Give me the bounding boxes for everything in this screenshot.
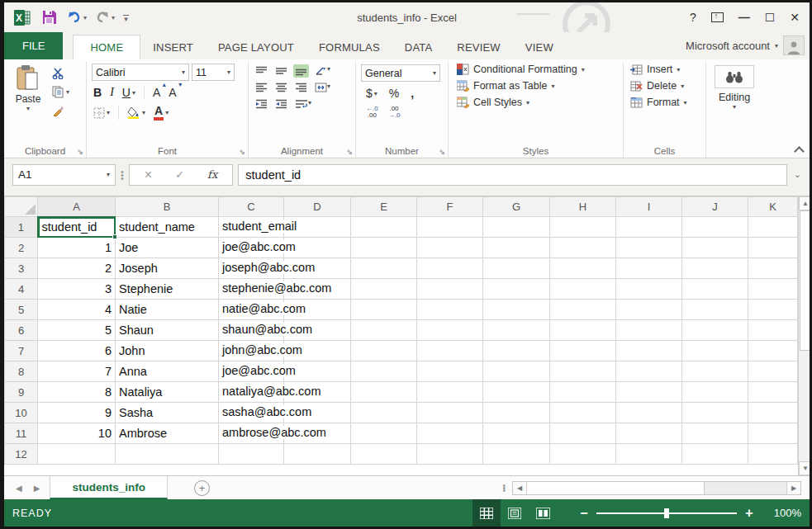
cell-B7[interactable]: John: [116, 341, 219, 361]
row-header-7[interactable]: 7: [5, 341, 38, 361]
cell-B12[interactable]: [116, 444, 219, 465]
tab-home[interactable]: HOME: [73, 35, 140, 59]
cell-F7[interactable]: [417, 341, 483, 361]
zoom-in-icon[interactable]: +: [743, 506, 755, 521]
cell-H7[interactable]: [550, 341, 616, 361]
cell-J10[interactable]: [682, 403, 748, 423]
conditional-formatting-button[interactable]: Conditional Formatting▾: [457, 64, 620, 75]
cell-B6[interactable]: Shaun: [116, 320, 219, 341]
cell-H1[interactable]: [550, 217, 616, 238]
zoom-out-icon[interactable]: −: [578, 506, 590, 521]
cell-E3[interactable]: [351, 258, 417, 279]
cell-G5[interactable]: [483, 300, 550, 320]
cell-J12[interactable]: [682, 444, 748, 465]
copy-button[interactable]: ▾: [50, 85, 71, 99]
enter-formula-icon[interactable]: ✓: [164, 168, 196, 182]
select-all-corner[interactable]: [5, 197, 38, 217]
cell-E10[interactable]: [351, 403, 417, 423]
cell-K12[interactable]: [748, 444, 798, 465]
cell-G11[interactable]: [483, 423, 550, 444]
cell-J1[interactable]: [682, 217, 748, 238]
cut-button[interactable]: [50, 67, 71, 80]
row-header-4[interactable]: 4: [5, 279, 38, 300]
cell-I4[interactable]: [616, 279, 682, 300]
vertical-scrollbar[interactable]: ▲ ▼: [798, 196, 810, 475]
format-cells-button[interactable]: Format▾: [630, 97, 702, 108]
cell-H8[interactable]: [550, 361, 616, 382]
insert-cells-button[interactable]: Insert▾: [630, 64, 702, 75]
column-header-k[interactable]: K: [748, 197, 798, 217]
cell-B2[interactable]: Joe: [116, 238, 219, 258]
underline-button[interactable]: U▾: [121, 85, 137, 100]
cell-I1[interactable]: [616, 217, 682, 238]
cell-G10[interactable]: [483, 403, 550, 423]
page-layout-view-button[interactable]: [501, 499, 529, 527]
cell-J7[interactable]: [682, 341, 748, 361]
cell-F5[interactable]: [417, 300, 483, 320]
cell-K10[interactable]: [748, 403, 798, 423]
cell-F3[interactable]: [417, 258, 483, 279]
tab-scrollbar-splitter[interactable]: •••: [502, 484, 512, 492]
cell-E6[interactable]: [351, 320, 417, 341]
cell-G9[interactable]: [483, 382, 550, 403]
cell-G1[interactable]: [483, 217, 550, 238]
cell-J6[interactable]: [682, 320, 748, 341]
cell-C2[interactable]: joe@abc.com: [219, 238, 284, 258]
zoom-slider[interactable]: [596, 512, 737, 514]
cell-I6[interactable]: [616, 320, 682, 341]
cell-A8[interactable]: 7: [38, 361, 116, 382]
clipboard-dialog-launcher-icon[interactable]: ⇘: [77, 149, 83, 156]
row-header-8[interactable]: 8: [5, 361, 38, 382]
cell-B10[interactable]: Sasha: [116, 403, 219, 423]
wrap-text-button[interactable]: ▾: [293, 97, 313, 111]
vertical-scroll-thumb[interactable]: [800, 210, 810, 351]
collapse-ribbon-icon[interactable]: [795, 145, 803, 153]
microsoft-account[interactable]: Microsoft account ▾: [686, 35, 810, 59]
middle-align-button[interactable]: [273, 64, 289, 78]
cell-A5[interactable]: 4: [38, 300, 116, 320]
column-header-h[interactable]: H: [550, 197, 616, 217]
cell-B11[interactable]: Ambrose: [116, 423, 219, 444]
cell-A12[interactable]: [38, 444, 116, 465]
tab-view[interactable]: VIEW: [513, 35, 566, 59]
name-box[interactable]: A1 ▾: [12, 164, 116, 186]
increase-font-size-button[interactable]: A▲: [151, 85, 162, 100]
cell-I5[interactable]: [616, 300, 682, 320]
cell-J5[interactable]: [682, 300, 748, 320]
column-header-j[interactable]: J: [682, 197, 748, 217]
format-as-table-button[interactable]: Format as Table▾: [457, 80, 620, 92]
cell-E11[interactable]: [351, 423, 417, 444]
cell-J4[interactable]: [682, 279, 748, 300]
cell-K1[interactable]: [748, 217, 798, 238]
tab-formulas[interactable]: FORMULAS: [306, 35, 392, 59]
sheet-tab-students-info[interactable]: students_info: [50, 476, 168, 499]
scroll-up-icon[interactable]: ▲: [799, 196, 810, 210]
row-header-3[interactable]: 3: [5, 258, 38, 279]
horizontal-scroll-thumb[interactable]: [527, 482, 705, 494]
save-button[interactable]: [40, 9, 59, 26]
increase-indent-button[interactable]: [273, 97, 289, 111]
column-header-f[interactable]: F: [417, 197, 483, 217]
cell-K3[interactable]: [748, 258, 798, 279]
cell-K2[interactable]: [748, 238, 798, 258]
cell-B4[interactable]: Stephenie: [116, 279, 219, 300]
scroll-left-icon[interactable]: ◀: [513, 482, 527, 494]
cell-K11[interactable]: [748, 423, 798, 444]
cell-H10[interactable]: [550, 403, 616, 423]
align-left-button[interactable]: [254, 81, 269, 94]
cell-C8[interactable]: joe@abc.com: [219, 361, 284, 382]
cell-E2[interactable]: [351, 238, 417, 258]
cell-B9[interactable]: Nataliya: [116, 382, 219, 403]
new-sheet-button[interactable]: +: [194, 480, 210, 496]
formula-input[interactable]: student_id: [238, 164, 787, 186]
column-header-i[interactable]: I: [616, 197, 682, 217]
decrease-font-size-button[interactable]: A▼: [167, 85, 178, 100]
cell-B3[interactable]: Joseph: [116, 258, 219, 279]
cell-K4[interactable]: [748, 279, 798, 300]
cell-I11[interactable]: [616, 423, 682, 444]
cell-I8[interactable]: [616, 361, 682, 382]
increase-decimal-button[interactable]: ←.0.00: [364, 105, 380, 120]
tab-file[interactable]: FILE: [4, 32, 63, 59]
cell-G3[interactable]: [483, 258, 550, 279]
cell-C4[interactable]: stephenie@abc.com: [219, 279, 284, 300]
